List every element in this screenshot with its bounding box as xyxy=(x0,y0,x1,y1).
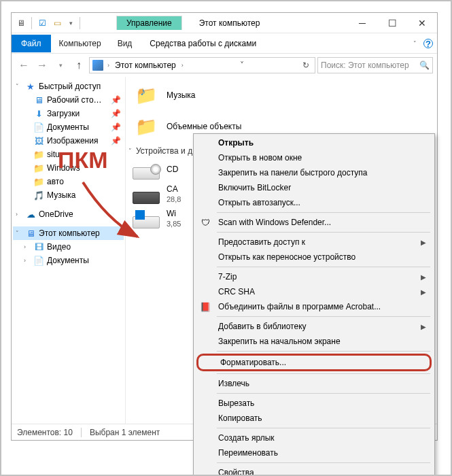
pc-icon[interactable]: 🖥 xyxy=(14,16,28,30)
context-menu-item[interactable]: Открыть как переносное устройство xyxy=(195,250,433,265)
context-menu-item[interactable]: Форматировать... xyxy=(196,354,432,371)
nav-item-documents[interactable]: 📄Документы📌 xyxy=(13,120,124,134)
folder-icon: 📁 xyxy=(33,163,44,173)
nav-back-button[interactable]: ← xyxy=(16,57,32,73)
nav-item-label: Рабочий сто… xyxy=(47,95,102,105)
onedrive-icon: ☁ xyxy=(25,209,36,220)
chevron-right-icon[interactable]: › xyxy=(24,257,31,264)
context-menu-item[interactable]: Вырезать xyxy=(195,396,433,411)
music-folder-icon: 📁♪ xyxy=(133,82,160,109)
search-icon: 🔍 xyxy=(419,61,430,70)
context-menu-item[interactable]: 📕Объединить файлы в программе Acrobat... xyxy=(195,299,433,314)
context-menu-item[interactable]: Открыть в новом окне xyxy=(195,150,433,165)
nav-forward-button[interactable]: → xyxy=(34,57,50,73)
pin-icon: 📌 xyxy=(111,109,121,118)
qat-dropdown[interactable]: ▾ xyxy=(65,20,76,27)
3d-folder-icon: 📁 xyxy=(133,113,160,140)
nav-item-label: Изображения xyxy=(47,136,98,146)
context-menu-item-label: Копировать xyxy=(218,413,262,423)
search-input[interactable]: Поиск: Этот компьютер 🔍 xyxy=(317,57,433,73)
context-menu-item[interactable]: Извлечь xyxy=(195,376,433,391)
qat-newfolder-icon[interactable]: ▭ xyxy=(50,16,64,30)
download-icon: ⬇ xyxy=(33,108,44,119)
context-menu-item[interactable]: 🛡Scan with Windows Defender... xyxy=(195,215,433,230)
ribbon-tab-drive-tools[interactable]: Средства работы с дисками xyxy=(140,35,266,52)
content-folder-music[interactable]: 📁♪ Музыка xyxy=(126,80,437,111)
nav-item-label: Загрузки xyxy=(47,109,80,118)
chevron-down-icon[interactable]: ˅ xyxy=(16,83,22,90)
item-label: Объемные объекты xyxy=(167,122,241,131)
context-menu-item[interactable]: Свойства xyxy=(195,465,433,476)
chevron-down-icon[interactable]: ˅ xyxy=(16,230,22,237)
group-label: Устройства и д xyxy=(136,146,192,156)
context-menu-item[interactable]: 7-Zip▶ xyxy=(195,269,433,284)
address-bar: ← → ▾ ↑ › Этот компьютер › ˅ ↻ Поиск: Эт… xyxy=(12,54,437,77)
ribbon-tab-view[interactable]: Вид xyxy=(109,35,141,52)
nav-item-desktop[interactable]: 🖥Рабочий сто…📌 xyxy=(13,93,124,107)
chevron-right-icon[interactable]: › xyxy=(24,243,31,250)
pin-icon: 📌 xyxy=(111,95,121,105)
address-root-caret[interactable]: › xyxy=(106,62,111,69)
address-segment[interactable]: Этот компьютер xyxy=(114,61,177,70)
drive-size: 3,85 xyxy=(167,220,181,228)
item-label: Музыка xyxy=(167,90,195,100)
close-button[interactable]: ✕ xyxy=(407,14,437,33)
drive-name: CA xyxy=(167,184,181,194)
quick-access-toolbar: 🖥 ☑ ▭ ▾ xyxy=(12,16,82,30)
context-menu-item[interactable]: Предоставить доступ к▶ xyxy=(195,235,433,250)
nav-recent-dropdown[interactable]: ▾ xyxy=(52,57,69,73)
navigation-pane: ˅ ★ Быстрый доступ 🖥Рабочий сто…📌 ⬇Загру… xyxy=(12,77,126,424)
context-menu-item[interactable]: Добавить в библиотеку▶ xyxy=(195,319,433,334)
folder-icon: 📁 xyxy=(33,149,44,160)
address-caret[interactable]: › xyxy=(180,62,185,69)
context-menu-item[interactable]: Копировать xyxy=(195,411,433,426)
context-menu-item[interactable]: Закрепить на начальном экране xyxy=(195,334,433,349)
refresh-icon[interactable]: ↻ xyxy=(300,61,312,70)
context-menu-separator xyxy=(217,316,430,317)
qat-properties-icon[interactable]: ☑ xyxy=(35,16,49,30)
context-menu-item[interactable]: Переименовать xyxy=(195,445,433,460)
context-menu-item[interactable]: Создать ярлык xyxy=(195,430,433,445)
context-menu-item-label: Свойства xyxy=(218,468,254,476)
context-menu-item[interactable]: Включить BitLocker xyxy=(195,180,433,195)
context-menu-item[interactable]: CRC SHA▶ xyxy=(195,284,433,299)
context-menu-item-label: Объединить файлы в программе Acrobat... xyxy=(218,302,381,311)
chevron-down-icon: ˅ xyxy=(128,148,132,154)
ribbon-tab-computer[interactable]: Компьютер xyxy=(51,35,109,52)
nav-item-documents[interactable]: ›📄Документы xyxy=(13,254,124,267)
context-menu-item-label: Открыть автозапуск... xyxy=(218,198,300,207)
music-icon: 🎵 xyxy=(33,190,44,201)
context-menu-item-label: CRC SHA xyxy=(218,287,255,296)
context-menu-separator xyxy=(217,212,430,213)
window-title: Этот компьютер xyxy=(199,18,260,28)
nav-up-button[interactable]: ↑ xyxy=(71,57,87,73)
drive-name: Wi xyxy=(167,209,181,218)
context-menu-item[interactable]: Закрепить на панели быстрого доступа xyxy=(195,165,433,180)
qat-sep2 xyxy=(80,17,80,29)
chevron-right-icon[interactable]: › xyxy=(16,211,22,218)
context-menu-item[interactable]: Открыть xyxy=(195,135,433,150)
ribbon: Файл Компьютер Вид Средства работы с дис… xyxy=(12,33,437,54)
context-menu-separator xyxy=(217,462,430,463)
context-menu-separator xyxy=(217,428,430,428)
context-menu-separator xyxy=(217,232,430,233)
context-menu-item-label: Добавить в библиотеку xyxy=(218,322,307,331)
window-controls: ─ ☐ ✕ xyxy=(347,14,437,33)
pin-icon: 📌 xyxy=(111,136,121,146)
minimize-button[interactable]: ─ xyxy=(347,14,377,33)
nav-item-downloads[interactable]: ⬇Загрузки📌 xyxy=(13,107,124,120)
nav-item-label: Документы xyxy=(47,256,89,265)
context-menu-item-label: Переименовать xyxy=(218,448,278,458)
maximize-button[interactable]: ☐ xyxy=(377,14,407,33)
context-menu-item-label: Предоставить доступ к xyxy=(218,237,305,247)
address-dropdown-icon[interactable]: ˅ xyxy=(237,61,247,70)
ribbon-help-icon[interactable]: ? xyxy=(423,39,433,48)
ribbon-expand-icon[interactable]: ˅ xyxy=(413,40,417,47)
context-menu-item[interactable]: Открыть автозапуск... xyxy=(195,195,433,210)
nav-quick-access[interactable]: ˅ ★ Быстрый доступ xyxy=(13,80,124,93)
ribbon-file-tab[interactable]: Файл xyxy=(12,35,51,52)
address-box[interactable]: › Этот компьютер › ˅ ↻ xyxy=(89,57,315,73)
drive-size: 28,8 xyxy=(167,195,181,203)
nav-item-pictures[interactable]: 🖼Изображения📌 xyxy=(13,134,124,148)
context-menu-separator xyxy=(217,393,430,394)
